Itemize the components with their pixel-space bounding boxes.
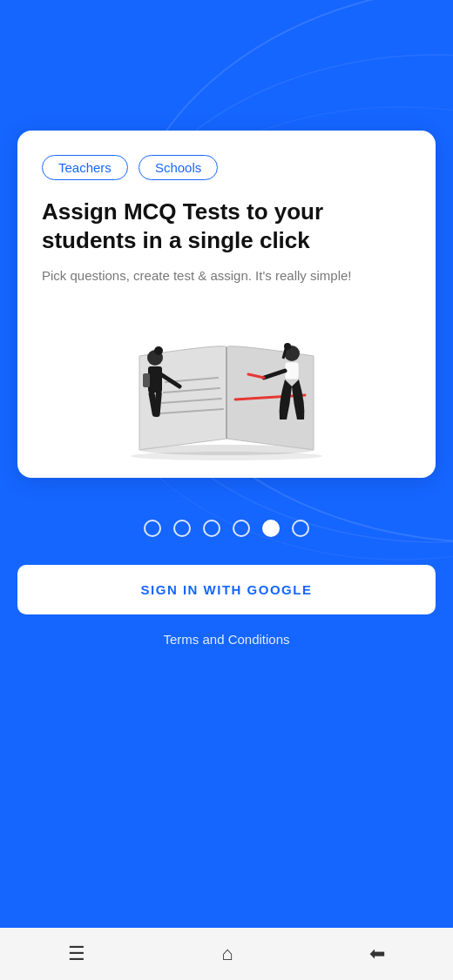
- card-title: Assign MCQ Tests to your students in a s…: [42, 198, 411, 254]
- pagination-dot-5[interactable]: [262, 520, 280, 537]
- book-illustration: [113, 321, 340, 460]
- schools-badge[interactable]: Schools: [139, 155, 218, 180]
- svg-rect-12: [148, 366, 162, 393]
- pagination-dot-2[interactable]: [173, 520, 191, 537]
- page-wrapper: Teachers Schools Assign MCQ Tests to you…: [0, 0, 453, 980]
- signin-google-button[interactable]: SIGN IN WITH GOOGLE: [17, 565, 436, 614]
- feature-card: Teachers Schools Assign MCQ Tests to you…: [17, 131, 436, 478]
- menu-icon[interactable]: ☰: [68, 943, 85, 965]
- pagination-dot-1[interactable]: [144, 520, 161, 537]
- home-icon[interactable]: ⌂: [221, 943, 233, 965]
- svg-point-11: [154, 346, 163, 355]
- pagination-dot-4[interactable]: [233, 520, 250, 537]
- back-icon[interactable]: ⬅: [369, 943, 385, 965]
- pagination-dot-6[interactable]: [292, 520, 309, 537]
- card-subtitle: Pick questions, create test & assign. It…: [42, 266, 411, 286]
- pagination-dot-3[interactable]: [203, 520, 220, 537]
- svg-rect-16: [143, 373, 150, 387]
- nav-bar: ☰ ⌂ ⬅: [0, 928, 453, 980]
- pagination-dots: [144, 520, 309, 537]
- terms-link[interactable]: Terms and Conditions: [163, 632, 289, 647]
- badge-row: Teachers Schools: [42, 155, 411, 180]
- teachers-badge[interactable]: Teachers: [42, 155, 128, 180]
- illustration-area: [42, 304, 411, 460]
- svg-point-23: [131, 452, 322, 460]
